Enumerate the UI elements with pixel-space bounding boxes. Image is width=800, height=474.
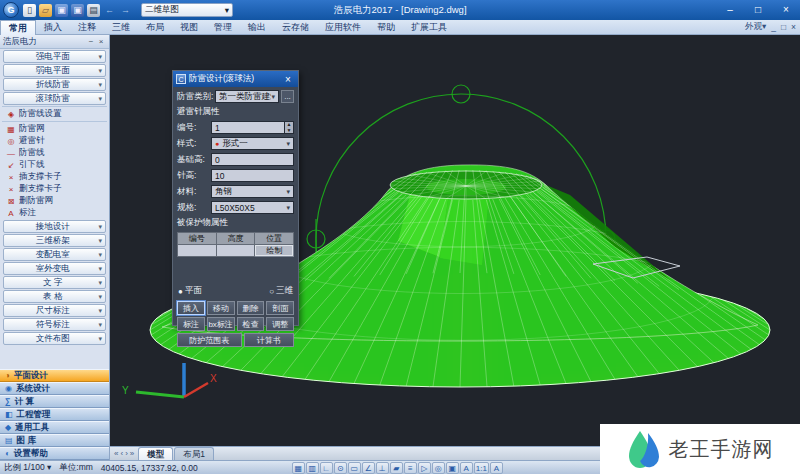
- sidebar-group-dim-annotation[interactable]: 尺寸标注▾: [3, 304, 106, 317]
- style-select[interactable]: ● 形式一 ▾: [211, 137, 294, 150]
- sidebar-group-file-layout[interactable]: 文件布图▾: [3, 332, 106, 345]
- plane-radio-label[interactable]: 平面: [185, 285, 202, 297]
- doc-restore-button[interactable]: □: [781, 22, 786, 32]
- otrack-toggle-icon[interactable]: ∠: [362, 462, 375, 474]
- redo-icon[interactable]: →: [119, 4, 132, 17]
- insert-button[interactable]: 插入: [177, 301, 205, 315]
- sidebar-group-substation-room[interactable]: 变配电室▾: [3, 248, 106, 261]
- sidebar-group-rolling-ball[interactable]: 滚球防雷▾: [3, 92, 106, 105]
- more-options-button[interactable]: ...: [281, 90, 294, 103]
- scale-dropdown[interactable]: 比例 1/100 ▾: [0, 462, 55, 474]
- sidebar-close-icon[interactable]: ×: [96, 37, 106, 46]
- move-button[interactable]: 移动: [207, 301, 235, 315]
- app-logo-icon[interactable]: G: [3, 2, 19, 18]
- sidebar-item-insert-clamp[interactable]: × 插支撑卡子: [0, 171, 109, 183]
- grid-toggle-icon[interactable]: ▦: [292, 462, 305, 474]
- sidebar-item-lightning-grid[interactable]: ▦ 防雷网: [0, 123, 109, 135]
- quick-props-toggle-icon[interactable]: ◎: [432, 462, 445, 474]
- ribbon-tab-insert[interactable]: 插入: [36, 20, 70, 35]
- nav-plane-design[interactable]: ◑ 平面设计: [0, 369, 109, 382]
- bx-annotate-button[interactable]: bx标注: [207, 317, 235, 331]
- sidebar-item-delete-grid[interactable]: ⊠ 删防雷网: [0, 195, 109, 207]
- open-file-icon[interactable]: ▱: [39, 4, 52, 17]
- sidebar-group-outdoor-substation[interactable]: 室外变电▾: [3, 262, 106, 275]
- adjust-button[interactable]: 调整: [266, 317, 294, 331]
- tab-layout1[interactable]: 布局1: [174, 447, 214, 460]
- dialog-title-bar[interactable]: C 防雷设计(滚球法) ×: [173, 71, 298, 87]
- save-icon[interactable]: ▣: [55, 4, 68, 17]
- nav-library[interactable]: ▤ 图 库: [0, 434, 109, 447]
- tab-model[interactable]: 模型: [138, 447, 173, 460]
- doc-close-button[interactable]: ×: [791, 22, 796, 32]
- sidebar-group-polyline-lightning[interactable]: 折线防雷▾: [3, 78, 106, 91]
- check-button[interactable]: 检查: [237, 317, 265, 331]
- prev-tab-icon[interactable]: ‹: [120, 449, 123, 458]
- base-height-input[interactable]: 0: [211, 153, 294, 166]
- sidebar-group-strong-power[interactable]: 强电平面▾: [3, 50, 106, 63]
- ribbon-tab-layout[interactable]: 布局: [138, 20, 172, 35]
- sidebar-group-text[interactable]: 文 字▾: [3, 276, 106, 289]
- nav-general-tools[interactable]: ◆ 通用工具: [0, 421, 109, 434]
- dialog-close-icon[interactable]: ×: [281, 74, 295, 85]
- undo-icon[interactable]: ←: [103, 4, 116, 17]
- plane-radio-icon[interactable]: ●: [178, 287, 183, 296]
- minimize-button[interactable]: –: [716, 1, 744, 19]
- sidebar-group-symbol-annotation[interactable]: 符号标注▾: [3, 318, 106, 331]
- sidebar-item-lightning-line-setting[interactable]: ◈ 防雷线设置: [0, 108, 109, 120]
- sidebar-item-delete-clamp[interactable]: × 删支撑卡子: [0, 183, 109, 195]
- close-button[interactable]: ×: [772, 1, 800, 19]
- ribbon-tab-manage[interactable]: 管理: [206, 20, 240, 35]
- category-select[interactable]: 第一类防雷建筑 ▾: [215, 90, 279, 103]
- sidebar-pin-icon[interactable]: −: [86, 37, 96, 46]
- sidebar-group-table[interactable]: 表 格▾: [3, 290, 106, 303]
- nav-settings-help[interactable]: ◐ 设置帮助: [0, 447, 109, 460]
- ribbon-tab-home[interactable]: 常用: [0, 20, 36, 35]
- osnap-toggle-icon[interactable]: ▭: [348, 462, 361, 474]
- polar-toggle-icon[interactable]: ⊙: [334, 462, 347, 474]
- print-icon[interactable]: ▤: [87, 4, 100, 17]
- draw-button[interactable]: 绘制: [255, 245, 294, 257]
- annotation-scale-icon[interactable]: 1:1: [474, 462, 489, 474]
- spec-select[interactable]: L50X50X5 ▾: [211, 201, 294, 214]
- sidebar-group-3d-tray[interactable]: 三维桥架▾: [3, 234, 106, 247]
- annotation-visibility-icon[interactable]: A: [460, 462, 473, 474]
- ribbon-tab-3d[interactable]: 三维: [104, 20, 138, 35]
- sidebar-group-grounding[interactable]: 接地设计▾: [3, 220, 106, 233]
- delete-button[interactable]: 删除: [237, 301, 265, 315]
- annotation-auto-icon[interactable]: A: [490, 462, 503, 474]
- number-spinner[interactable]: ▲ ▼: [285, 121, 294, 134]
- lineweight-toggle-icon[interactable]: ≡: [404, 462, 417, 474]
- appearance-dropdown[interactable]: 外观▾: [745, 21, 766, 33]
- number-input[interactable]: 1: [211, 121, 285, 134]
- ortho-toggle-icon[interactable]: ∟: [320, 462, 333, 474]
- workspace-select[interactable]: 二维草图 ▾: [141, 3, 233, 17]
- sidebar-item-lightning-line[interactable]: — 防雷线: [0, 147, 109, 159]
- ribbon-tab-cloud[interactable]: 云存储: [274, 20, 317, 35]
- material-select[interactable]: 角钢 ▾: [211, 185, 294, 198]
- ribbon-tab-annotate[interactable]: 注释: [70, 20, 104, 35]
- nav-calculation[interactable]: ∑ 计 算: [0, 395, 109, 408]
- annotate-button[interactable]: 标注: [177, 317, 205, 331]
- 3d-radio-icon[interactable]: ○: [269, 287, 274, 296]
- rod-height-input[interactable]: 10: [211, 169, 294, 182]
- new-file-icon[interactable]: ▯: [23, 4, 36, 17]
- cell-number[interactable]: [178, 245, 217, 257]
- dyn-toggle-icon[interactable]: ▰: [390, 462, 403, 474]
- save-as-icon[interactable]: ▣: [71, 4, 84, 17]
- calculation-report-button[interactable]: 计算书: [244, 333, 294, 347]
- sidebar-item-down-lead[interactable]: ↙ 引下线: [0, 159, 109, 171]
- sidebar-group-weak-power[interactable]: 弱电平面▾: [3, 64, 106, 77]
- ribbon-tab-view[interactable]: 视图: [172, 20, 206, 35]
- ducs-toggle-icon[interactable]: ⊥: [376, 462, 389, 474]
- sidebar-item-annotate[interactable]: A 标注: [0, 207, 109, 219]
- 3d-radio-label[interactable]: 三维: [276, 285, 293, 297]
- protection-range-table-button[interactable]: 防护范围表: [177, 333, 242, 347]
- section-button[interactable]: 剖面: [266, 301, 294, 315]
- snap-toggle-icon[interactable]: ▥: [306, 462, 319, 474]
- ribbon-tab-apps[interactable]: 应用软件: [317, 20, 369, 35]
- last-tab-icon[interactable]: »: [130, 449, 134, 458]
- first-tab-icon[interactable]: «: [114, 449, 118, 458]
- cell-height[interactable]: [216, 245, 255, 257]
- nav-system-design[interactable]: ◉ 系统设计: [0, 382, 109, 395]
- workspace-toggle-icon[interactable]: ▣: [446, 462, 459, 474]
